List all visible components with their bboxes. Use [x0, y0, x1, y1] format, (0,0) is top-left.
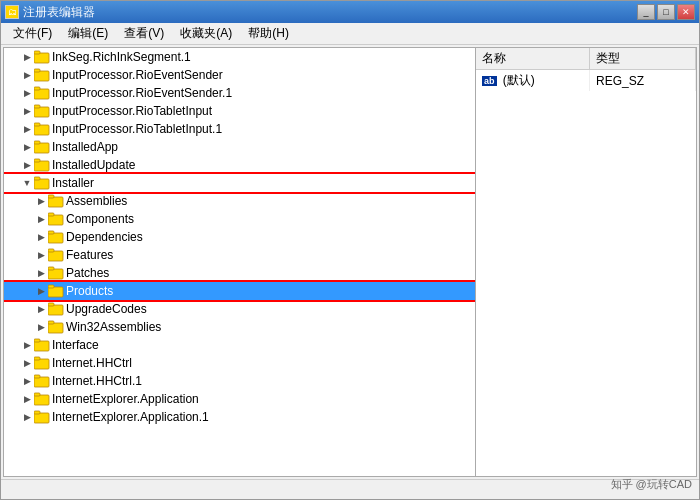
svg-rect-1: [34, 51, 40, 54]
expander-internet-hhctrl: ▶: [20, 356, 34, 370]
tree-item-internet-hhctrl[interactable]: ▶ Internet.HHCtrl: [4, 354, 475, 372]
label-components: Components: [66, 212, 475, 226]
menu-edit[interactable]: 编辑(E): [60, 23, 116, 44]
tree-item-installer[interactable]: ▼ Installer: [4, 174, 475, 192]
left-pane[interactable]: ▶ InkSeg.RichInkSegment.1 ▶ InputProcess…: [4, 48, 476, 476]
svg-rect-12: [34, 161, 49, 171]
svg-rect-34: [34, 359, 49, 369]
tree-item-products[interactable]: ▶ Products: [4, 282, 475, 300]
tree-item-components[interactable]: ▶ Components: [4, 210, 475, 228]
tree-item-inputproc-rio[interactable]: ▶ InputProcessor.RioEventSender: [4, 66, 475, 84]
svg-rect-23: [48, 249, 54, 252]
label-patches: Patches: [66, 266, 475, 280]
tree-item-assemblies[interactable]: ▶ Assemblies: [4, 192, 475, 210]
expander-inputproc-tablet: ▶: [20, 104, 34, 118]
tree-item-inputproc-tablet1[interactable]: ▶ InputProcessor.RioTabletInput.1: [4, 120, 475, 138]
cell-name-value: (默认): [503, 73, 535, 87]
svg-rect-26: [48, 287, 63, 297]
folder-icon-internet-hhctrl: [34, 356, 50, 370]
svg-rect-9: [34, 123, 40, 126]
label-upgradecodes: UpgradeCodes: [66, 302, 475, 316]
svg-rect-38: [34, 395, 49, 405]
label-inputproc-rio1: InputProcessor.RioEventSender.1: [52, 86, 475, 100]
svg-rect-4: [34, 89, 49, 99]
tree-item-ie-app1[interactable]: ▶ InternetExplorer.Application.1: [4, 408, 475, 426]
expander-installer: ▼: [20, 176, 34, 190]
svg-rect-25: [48, 267, 54, 270]
menu-file[interactable]: 文件(F): [5, 23, 60, 44]
content-area: ▶ InkSeg.RichInkSegment.1 ▶ InputProcess…: [3, 47, 697, 477]
folder-icon-installer: [34, 176, 50, 190]
svg-rect-14: [34, 179, 49, 189]
label-internet-hhctrl1: Internet.HHCtrl.1: [52, 374, 475, 388]
svg-rect-13: [34, 159, 40, 162]
label-features: Features: [66, 248, 475, 262]
expander-components: ▶: [34, 212, 48, 226]
svg-rect-30: [48, 323, 63, 333]
expander-features: ▶: [34, 248, 48, 262]
svg-rect-19: [48, 213, 54, 216]
tree-item-inkseg[interactable]: ▶ InkSeg.RichInkSegment.1: [4, 48, 475, 66]
col-header-name: 名称: [476, 48, 590, 70]
menu-help[interactable]: 帮助(H): [240, 23, 297, 44]
svg-rect-40: [34, 413, 49, 423]
tree-item-inputproc-rio1[interactable]: ▶ InputProcessor.RioEventSender.1: [4, 84, 475, 102]
tree-item-inputproc-tablet[interactable]: ▶ InputProcessor.RioTabletInput: [4, 102, 475, 120]
registry-editor-window: 🗂 注册表编辑器 _ □ ✕ 文件(F) 编辑(E) 查看(V) 收藏夹(A) …: [0, 0, 700, 500]
label-inputproc-tablet: InputProcessor.RioTabletInput: [52, 104, 475, 118]
label-inputproc-tablet1: InputProcessor.RioTabletInput.1: [52, 122, 475, 136]
tree-item-win32assemblies[interactable]: ▶ Win32Assemblies: [4, 318, 475, 336]
watermark: 知乎 @玩转CAD: [611, 477, 692, 492]
expander-win32assemblies: ▶: [34, 320, 48, 334]
folder-icon-inputproc-rio1: [34, 86, 50, 100]
folder-icon-interface: [34, 338, 50, 352]
expander-upgradecodes: ▶: [34, 302, 48, 316]
svg-rect-15: [34, 177, 40, 180]
tree-item-installedapp[interactable]: ▶ InstalledApp: [4, 138, 475, 156]
svg-rect-18: [48, 215, 63, 225]
table-row[interactable]: ab (默认) REG_SZ: [476, 70, 696, 92]
svg-rect-0: [34, 53, 49, 63]
tree-item-patches[interactable]: ▶ Patches: [4, 264, 475, 282]
label-internet-hhctrl: Internet.HHCtrl: [52, 356, 475, 370]
right-pane: 名称 类型 ab (默认) REG_SZ: [476, 48, 696, 476]
svg-rect-20: [48, 233, 63, 243]
menu-view[interactable]: 查看(V): [116, 23, 172, 44]
svg-rect-32: [34, 341, 49, 351]
minimize-button[interactable]: _: [637, 4, 655, 20]
menu-favorites[interactable]: 收藏夹(A): [172, 23, 240, 44]
cell-name: ab (默认): [476, 70, 590, 92]
svg-rect-5: [34, 87, 40, 90]
svg-rect-28: [48, 305, 63, 315]
tree-item-internet-hhctrl1[interactable]: ▶ Internet.HHCtrl.1: [4, 372, 475, 390]
tree-item-interface[interactable]: ▶ Interface: [4, 336, 475, 354]
expander-installedupdate: ▶: [20, 158, 34, 172]
expander-interface: ▶: [20, 338, 34, 352]
close-button[interactable]: ✕: [677, 4, 695, 20]
svg-rect-7: [34, 105, 40, 108]
tree-item-ie-app[interactable]: ▶ InternetExplorer.Application: [4, 390, 475, 408]
expander-inputproc-tablet1: ▶: [20, 122, 34, 136]
svg-rect-31: [48, 321, 54, 324]
registry-table: 名称 类型 ab (默认) REG_SZ: [476, 48, 696, 91]
tree-item-dependencies[interactable]: ▶ Dependencies: [4, 228, 475, 246]
maximize-button[interactable]: □: [657, 4, 675, 20]
tree-item-installedupdate[interactable]: ▶ InstalledUpdate: [4, 156, 475, 174]
svg-rect-2: [34, 71, 49, 81]
expander-internet-hhctrl1: ▶: [20, 374, 34, 388]
folder-icon-installedupdate: [34, 158, 50, 172]
svg-rect-11: [34, 141, 40, 144]
svg-rect-3: [34, 69, 40, 72]
folder-icon-assemblies: [48, 194, 64, 208]
expander-inkseg: ▶: [20, 50, 34, 64]
svg-rect-27: [48, 285, 54, 288]
svg-rect-33: [34, 339, 40, 342]
folder-icon-ie-app: [34, 392, 50, 406]
menu-bar: 文件(F) 编辑(E) 查看(V) 收藏夹(A) 帮助(H): [1, 23, 699, 45]
tree-item-features[interactable]: ▶ Features: [4, 246, 475, 264]
label-products: Products: [66, 284, 475, 298]
title-bar-left: 🗂 注册表编辑器: [5, 4, 95, 21]
label-installer: Installer: [52, 176, 475, 190]
tree-item-upgradecodes[interactable]: ▶ UpgradeCodes: [4, 300, 475, 318]
label-win32assemblies: Win32Assemblies: [66, 320, 475, 334]
